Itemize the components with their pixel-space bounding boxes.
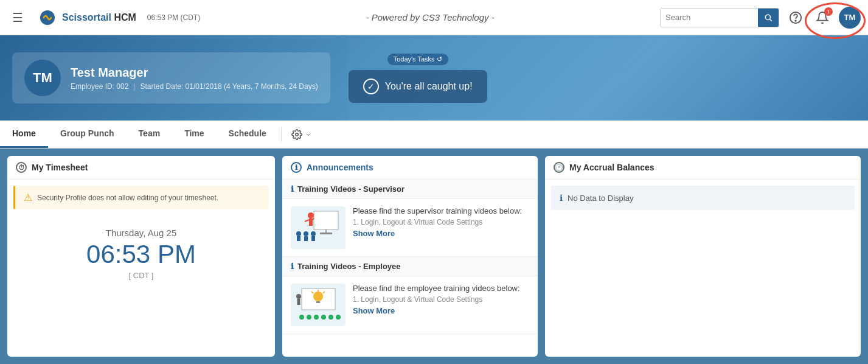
svg-rect-11 [309,219,313,226]
supervisor-header: ℹ Training Videos - Supervisor [282,180,538,199]
timesheet-icon: ⏱ [16,162,27,173]
user-avatar: TM [24,60,61,96]
announcement-section-supervisor: ℹ Training Videos - Supervisor [282,180,538,257]
employee-description: Please find the employee training videos… [353,284,520,293]
svg-line-2 [770,19,772,21]
accrual-icon: 🕐 [554,162,564,173]
meta-separator: | [133,82,135,91]
supervisor-description: Please find the supervisor training vide… [353,206,522,215]
svg-rect-28 [297,299,300,305]
supervisor-title: Training Videos - Supervisor [297,184,404,194]
logo-icon [39,9,56,26]
time-clock: 06:53 PM [7,242,275,267]
employee-header: ℹ Training Videos - Employee [282,257,538,276]
start-date: Started Date: 01/01/2018 (4 Years, 7 Mon… [141,82,318,91]
tasks-label: Today's Tasks ↺ [387,54,448,65]
svg-point-27 [296,294,301,299]
logo-text: Scissortail HCM [62,12,136,23]
employee-info-icon: ℹ [291,262,294,271]
help-icon [789,11,802,24]
tasks-content: ✓ You're all caught up! [349,70,487,103]
navbar: Home Group Punch Team Time Schedule [0,121,868,149]
user-avatar-button[interactable]: TM [839,7,861,29]
svg-rect-7 [314,211,338,229]
nav-item-group-punch[interactable]: Group Punch [48,121,127,148]
accrual-title: My Accrual Balances [569,163,654,172]
alert-text: Security Profile does not allow editing … [37,194,218,202]
nav-gear[interactable] [284,129,319,140]
search-button[interactable] [758,9,779,27]
supervisor-body: Please find the supervisor training vide… [282,199,538,256]
search-input[interactable] [661,9,758,27]
tasks-bubble: Today's Tasks ↺ ✓ You're all caught up! [349,54,487,103]
announcements-body: ℹ Training Videos - Supervisor [282,180,538,334]
svg-rect-17 [304,236,308,241]
svg-rect-9 [320,233,332,234]
main-content: ⏱ My Timesheet ⚠ Security Profile does n… [0,149,868,364]
logo-hcm: HCM [114,12,136,23]
help-button[interactable] [785,7,806,28]
nav-item-home[interactable]: Home [0,121,48,148]
supervisor-info-icon: ℹ [291,184,294,194]
announcements-card: ℹ Announcements ℹ Training Videos - Supe… [282,156,538,357]
check-icon: ✓ [363,79,379,94]
hero-section: TM Test Manager Employee ID: 002 | Start… [0,35,868,121]
tasks-message: You're all caught up! [385,81,473,92]
employee-title: Training Videos - Employee [297,262,401,271]
notification-button[interactable]: 1 [812,7,833,28]
announcement-section-employee: ℹ Training Videos - Employee [282,257,538,334]
nav-item-time[interactable]: Time [172,121,216,148]
svg-point-14 [296,231,301,236]
time-timezone: [ CDT ] [7,271,275,280]
announcements-title: Announcements [307,163,373,172]
svg-point-34 [336,315,341,320]
svg-point-30 [307,315,311,320]
hamburger-menu[interactable]: ☰ [7,7,28,28]
user-card: TM Test Manager Employee ID: 002 | Start… [12,52,330,103]
chevron-down-icon [305,131,312,138]
employee-show-more[interactable]: Show More [353,306,395,315]
no-data-text: No Data to Display [568,194,633,203]
supervisor-show-more[interactable]: Show More [353,229,395,238]
employee-id: Employee ID: 002 [71,82,128,91]
svg-point-10 [308,212,314,219]
employee-text-block: Please find the employee training videos… [353,284,520,326]
notification-badge: 1 [824,7,833,16]
svg-point-16 [304,231,308,236]
user-name: Test Manager [71,66,318,80]
employee-sub: 1. Login, Logout & Virtual Code Settings [353,295,520,304]
svg-point-32 [321,315,326,320]
supervisor-image [291,206,345,249]
supervisor-text-block: Please find the supervisor training vide… [353,206,522,249]
timesheet-card: ⏱ My Timesheet ⚠ Security Profile does n… [7,156,275,357]
svg-point-18 [311,231,316,236]
employee-body: Please find the employee training videos… [282,276,538,334]
topbar-right: 1 TM [660,7,861,29]
svg-point-31 [314,315,319,320]
accrual-card: 🕐 My Accrual Balances ℹ No Data to Displ… [545,156,861,357]
search-box [660,8,779,27]
alert-icon: ⚠ [24,192,32,203]
svg-point-5 [296,133,299,136]
topbar-center: - Powered by CS3 Technology - [200,12,660,23]
user-meta: Employee ID: 002 | Started Date: 01/01/2… [71,82,318,91]
nav-item-schedule[interactable]: Schedule [217,121,279,148]
time-display: Thursday, Aug 25 06:53 PM [ CDT ] [7,215,275,290]
supervisor-sub: 1. Login, Logout & Virtual Code Settings [353,218,522,226]
search-icon [764,13,773,22]
timesheet-header: ⏱ My Timesheet [7,156,275,180]
svg-point-4 [795,20,796,21]
svg-rect-19 [311,236,315,241]
timesheet-alert: ⚠ Security Profile does not allow editin… [13,186,269,209]
nav-item-team[interactable]: Team [127,121,173,148]
svg-point-22 [313,292,323,301]
no-data-icon: ℹ [560,193,563,203]
gear-icon [291,129,302,140]
svg-point-29 [299,315,304,320]
svg-rect-15 [297,236,300,241]
svg-point-33 [328,315,333,320]
accrual-header: 🕐 My Accrual Balances [545,156,861,180]
time-date: Thursday, Aug 25 [7,228,275,238]
topbar-time: 06:53 PM (CDT) [147,13,200,22]
svg-point-1 [765,15,770,19]
